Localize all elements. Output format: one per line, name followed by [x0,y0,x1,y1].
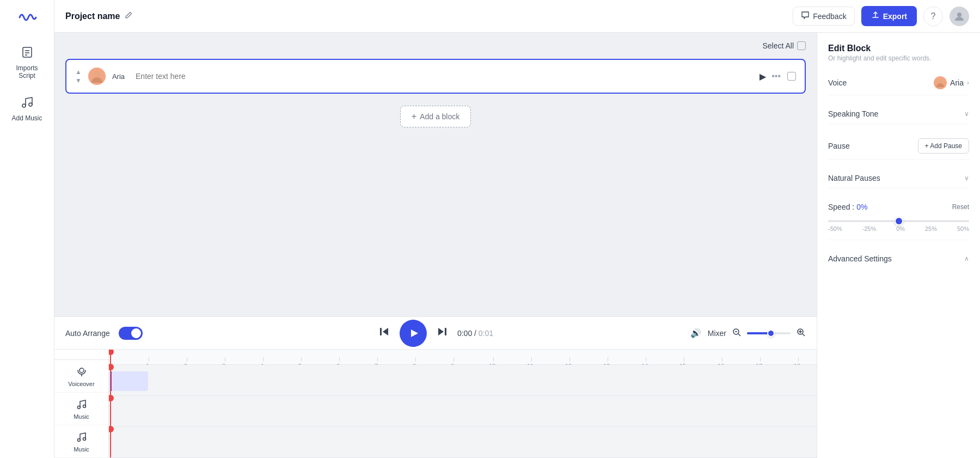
slider-label-minus50: -50% [828,225,842,232]
speed-label-text: Speed [828,203,850,211]
block-voice-avatar [88,68,106,85]
play-main-button[interactable] [400,320,427,347]
svg-point-23 [938,79,942,83]
blocks-area: ▲ ▼ Aria ▶ ••• [54,59,817,316]
add-block-label: Add a block [420,112,460,121]
export-icon [871,11,880,21]
app-logo[interactable] [15,5,39,29]
right-panel: Edit Block Or highlight and edit specifi… [817,33,980,458]
music1-icon [76,398,88,412]
export-button[interactable]: Export [861,6,917,26]
playhead-music2 [110,427,111,457]
pause-label: Pause [828,142,850,150]
timeline-label-music1: Music [54,393,108,425]
music1-label-text: Music [74,413,89,420]
select-all-button[interactable]: Select All [762,41,806,50]
advanced-settings-label: Advanced Settings [828,254,892,263]
select-all-label: Select All [762,41,794,50]
project-name: Project name [65,11,133,21]
user-avatar[interactable] [950,7,969,26]
content-area: Select All ▲ ▼ [54,33,980,458]
svg-rect-9 [445,328,446,335]
voice-chevron-right-icon: › [967,79,969,87]
voiceover-track [109,365,817,396]
svg-line-12 [738,334,740,336]
volume-icon: 🔊 [690,328,701,338]
advanced-settings-header[interactable]: Advanced Settings ∧ [828,254,969,263]
block-move-up-button[interactable]: ▲ [75,69,82,75]
svg-point-22 [83,437,85,440]
right-panel-title: Edit Block [828,44,969,53]
voice-section-row[interactable]: Voice Aria › [828,71,969,95]
music1-track [109,396,817,427]
skip-back-button[interactable] [378,325,391,341]
speed-slider[interactable]: -50% -25% 0% 25% 50% [828,218,969,234]
project-name-text: Project name [65,11,120,21]
music2-label-text: Music [74,446,89,453]
advanced-settings-chevron-icon: ∧ [964,255,969,262]
volume-slider[interactable] [747,332,791,334]
natural-pauses-row[interactable]: Natural Pauses ∨ [828,168,969,188]
editor-toolbar: Select All [54,33,817,59]
svg-rect-8 [380,328,382,335]
mixer-controls: 🔊 Mixer [690,327,806,339]
block-more-button[interactable]: ••• [771,71,781,81]
block-move-down-button[interactable]: ▼ [75,77,82,84]
voice-label: Voice [828,78,847,87]
add-pause-button[interactable]: + Add Pause [918,138,969,154]
svg-point-7 [94,71,100,77]
time-separator: / [474,329,479,338]
zoom-in-button[interactable] [796,327,806,339]
sidebar-item-music-label: Add Music [11,114,42,122]
slider-label-0: 0% [896,225,905,232]
voice-avatar [934,76,947,89]
speaking-tone-row[interactable]: Speaking Tone ∨ [828,104,969,124]
sidebar-item-imports-label: Imports Script [10,64,45,80]
sidebar-item-add-music[interactable]: Add Music [5,90,49,127]
feedback-button[interactable]: Feedback [793,7,854,26]
svg-point-6 [957,13,961,17]
svg-point-20 [83,405,85,407]
slider-label-plus25: 25% [925,225,937,232]
timeline-label-voiceover: Voiceover [54,360,108,393]
auto-arrange-toggle[interactable] [119,327,143,340]
transport-controls: 0:00 / 0:01 [378,320,493,347]
time-total: 0:01 [479,329,493,338]
help-icon: ? [931,11,936,21]
svg-point-4 [22,104,26,107]
select-all-checkbox[interactable] [797,41,806,50]
music2-icon [76,431,88,445]
block-checkbox[interactable] [787,72,796,81]
block-play-button[interactable]: ▶ [759,71,766,82]
pause-row: Pause + Add Pause [828,133,969,160]
block-actions: ▶ ••• [759,71,781,82]
speed-reset-button[interactable]: Reset [952,203,969,211]
playhead-music1 [110,396,111,426]
advanced-settings-section: Advanced Settings ∧ [828,249,969,268]
slider-labels: -50% -25% 0% 25% 50% [828,225,969,232]
natural-pauses-chevron-icon: ∨ [964,174,969,182]
svg-rect-0 [23,47,32,57]
playhead-voiceover [110,365,111,395]
zoom-out-button[interactable] [732,327,742,339]
main-container: Project name Feedback Export [54,0,980,458]
svg-line-16 [803,334,805,336]
help-button[interactable]: ? [923,7,943,26]
timeline-ruler: 1s 2s 3s 4s 5s 6s 7s 8s 9s 10s 11s 12s [109,350,817,365]
imports-icon [21,46,34,62]
topbar: Project name Feedback Export [54,0,980,33]
skip-forward-button[interactable] [436,325,449,341]
edit-project-name-icon[interactable] [124,11,133,21]
sidebar: Imports Script Add Music [0,0,54,458]
add-block-button[interactable]: + Add a block [400,106,471,127]
export-label: Export [883,12,907,21]
voiceover-label-text: Voiceover [68,381,94,387]
feedback-icon [801,11,810,21]
block-text-input[interactable] [136,72,753,81]
transport-bar: Auto Arrange [54,316,817,349]
voice-value: Aria › [934,76,969,89]
sidebar-item-imports[interactable]: Imports Script [5,40,49,85]
timeline-labels: Voiceover Music [54,350,109,458]
voiceover-block[interactable] [110,371,148,391]
svg-point-19 [77,406,80,408]
